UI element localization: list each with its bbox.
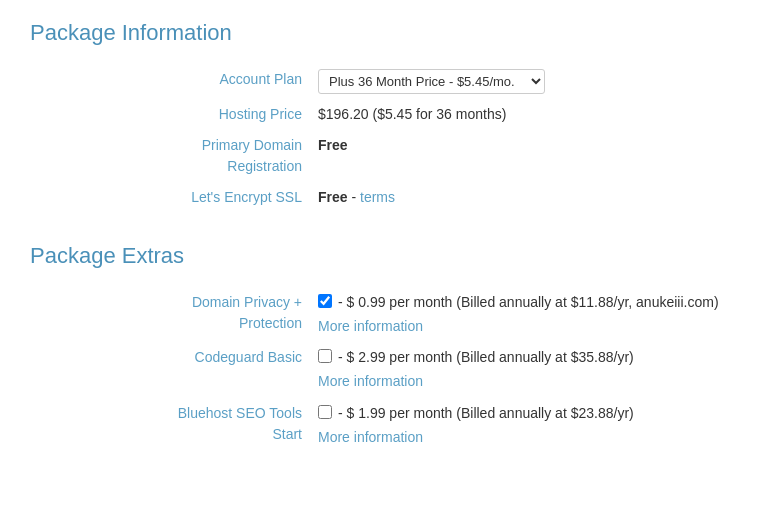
domain-privacy-label: Domain Privacy +Protection — [30, 287, 310, 342]
seo-tools-more-info[interactable]: More information — [318, 426, 739, 448]
seo-tools-label: Bluehost SEO ToolsStart — [30, 398, 310, 453]
codeguard-row: Codeguard Basic - $ 2.99 per month (Bill… — [30, 342, 747, 397]
ssl-label: Let's Encrypt SSL — [30, 182, 310, 213]
hosting-price-label: Hosting Price — [30, 99, 310, 130]
domain-privacy-value: - $ 0.99 per month (Billed annually at $… — [310, 287, 747, 342]
account-plan-select[interactable]: Plus 36 Month Price - $5.45/mo. Basic 12… — [318, 69, 545, 94]
hosting-price-value: $196.20 ($5.45 for 36 months) — [310, 99, 747, 130]
primary-domain-row: Primary DomainRegistration Free — [30, 130, 747, 182]
domain-privacy-row: Domain Privacy +Protection - $ 0.99 per … — [30, 287, 747, 342]
seo-tools-checkbox-row: - $ 1.99 per month (Billed annually at $… — [318, 403, 739, 424]
account-plan-label: Account Plan — [30, 64, 310, 99]
codeguard-checkbox-row: - $ 2.99 per month (Billed annually at $… — [318, 347, 739, 368]
seo-tools-value: - $ 1.99 per month (Billed annually at $… — [310, 398, 747, 453]
domain-privacy-checkbox[interactable] — [318, 294, 332, 308]
primary-domain-free: Free — [318, 137, 348, 153]
package-extras-title: Package Extras — [30, 243, 747, 269]
domain-privacy-more-info[interactable]: More information — [318, 315, 739, 337]
account-plan-row: Account Plan Plus 36 Month Price - $5.45… — [30, 64, 747, 99]
codeguard-more-info[interactable]: More information — [318, 370, 739, 392]
primary-domain-label: Primary DomainRegistration — [30, 130, 310, 182]
primary-domain-value: Free — [310, 130, 747, 182]
ssl-row: Let's Encrypt SSL Free - terms — [30, 182, 747, 213]
codeguard-checkbox[interactable] — [318, 349, 332, 363]
package-info-title: Package Information — [30, 20, 747, 46]
package-extras-table: Domain Privacy +Protection - $ 0.99 per … — [30, 287, 747, 453]
domain-privacy-checkbox-row: - $ 0.99 per month (Billed annually at $… — [318, 292, 739, 313]
ssl-terms-link[interactable]: terms — [360, 189, 395, 205]
codeguard-value: - $ 2.99 per month (Billed annually at $… — [310, 342, 747, 397]
seo-tools-description: - $ 1.99 per month (Billed annually at $… — [338, 403, 634, 424]
package-info-table: Account Plan Plus 36 Month Price - $5.45… — [30, 64, 747, 213]
seo-tools-row: Bluehost SEO ToolsStart - $ 1.99 per mon… — [30, 398, 747, 453]
ssl-separator: - — [351, 189, 360, 205]
domain-privacy-description: - $ 0.99 per month (Billed annually at $… — [338, 292, 719, 313]
seo-tools-checkbox[interactable] — [318, 405, 332, 419]
account-plan-value: Plus 36 Month Price - $5.45/mo. Basic 12… — [310, 64, 747, 99]
ssl-free-text: Free — [318, 189, 348, 205]
codeguard-label: Codeguard Basic — [30, 342, 310, 397]
ssl-value: Free - terms — [310, 182, 747, 213]
hosting-price-row: Hosting Price $196.20 ($5.45 for 36 mont… — [30, 99, 747, 130]
codeguard-description: - $ 2.99 per month (Billed annually at $… — [338, 347, 634, 368]
